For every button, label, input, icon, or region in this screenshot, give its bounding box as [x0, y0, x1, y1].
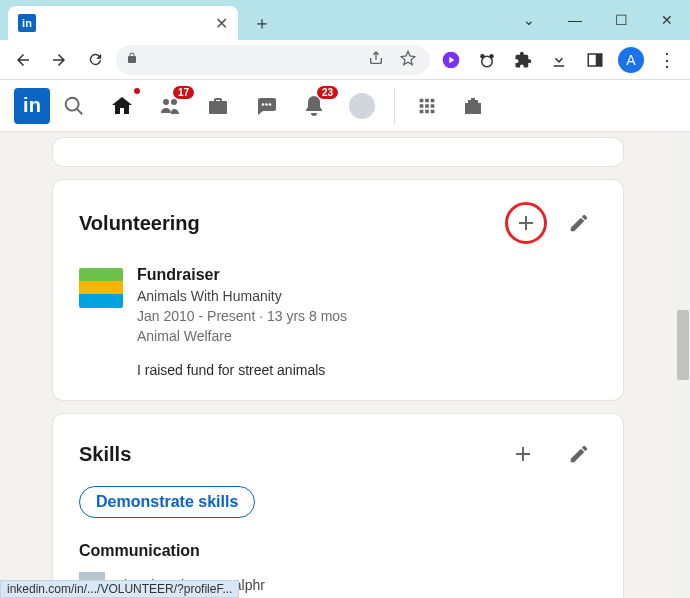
edit-skills-button[interactable] — [561, 436, 597, 472]
browser-menu-button[interactable]: ⋮ — [652, 45, 682, 75]
linkedin-navbar: in 17 23 — [0, 80, 690, 132]
downloads-icon[interactable] — [544, 45, 574, 75]
browser-toolbar: A ⋮ — [0, 40, 690, 80]
network-badge: 17 — [173, 86, 194, 99]
linkedin-favicon: in — [18, 14, 36, 32]
nav-me-avatar[interactable] — [348, 92, 376, 120]
skills-card: Skills Demonstrate skills Communication … — [53, 414, 623, 598]
svg-rect-5 — [596, 54, 602, 66]
home-badge — [134, 88, 140, 94]
skill-name: Communication — [79, 542, 597, 560]
notifications-badge: 23 — [317, 86, 338, 99]
browser-tab[interactable]: in ✕ — [8, 6, 238, 40]
browser-titlebar: in ✕ ＋ ⌄ — ☐ ✕ — [0, 0, 690, 40]
forward-button[interactable] — [44, 45, 74, 75]
nav-jobs-icon[interactable] — [204, 92, 232, 120]
add-volunteering-button[interactable] — [505, 202, 547, 244]
lock-icon — [126, 51, 138, 68]
volunteering-org: Animals With Humanity — [137, 288, 347, 304]
profile-avatar[interactable]: A — [616, 45, 646, 75]
nav-messaging-icon[interactable] — [252, 92, 280, 120]
minimize-button[interactable]: — — [552, 0, 598, 40]
add-skill-button[interactable] — [505, 436, 541, 472]
vertical-scrollbar[interactable] — [676, 80, 690, 598]
svg-point-3 — [482, 56, 493, 67]
new-tab-button[interactable]: ＋ — [248, 9, 276, 37]
scrollbar-thumb[interactable] — [677, 310, 689, 380]
close-window-button[interactable]: ✕ — [644, 0, 690, 40]
extensions-puzzle-icon[interactable] — [508, 45, 538, 75]
close-tab-icon[interactable]: ✕ — [215, 14, 228, 33]
demonstrate-skills-button[interactable]: Demonstrate skills — [79, 486, 255, 518]
skills-title: Skills — [79, 443, 131, 466]
volunteering-cause: Animal Welfare — [137, 328, 347, 344]
nav-notifications-icon[interactable]: 23 — [300, 92, 328, 120]
svg-point-6 — [262, 103, 265, 106]
extension-play-icon[interactable] — [436, 45, 466, 75]
volunteering-dates: Jan 2010 - Present · 13 yrs 8 mos — [137, 308, 347, 324]
bookmark-star-icon[interactable] — [396, 50, 420, 69]
nav-separator — [394, 88, 395, 124]
volunteering-entry: Fundraiser Animals With Humanity Jan 201… — [79, 266, 597, 378]
volunteering-title: Volunteering — [79, 212, 200, 235]
org-logo — [79, 268, 123, 308]
maximize-button[interactable]: ☐ — [598, 0, 644, 40]
search-icon[interactable] — [60, 92, 88, 120]
previous-section-card — [53, 138, 623, 166]
nav-home-icon[interactable] — [108, 92, 136, 120]
svg-point-8 — [269, 103, 272, 106]
volunteering-desc: I raised fund for street animals — [137, 362, 347, 378]
extension-panda-icon[interactable] — [472, 45, 502, 75]
linkedin-logo[interactable]: in — [14, 88, 50, 124]
nav-advertise-icon[interactable] — [459, 92, 487, 120]
status-bar: inkedin.com/in/.../VOLUNTEER/?profileF..… — [0, 580, 239, 598]
reload-button[interactable] — [80, 45, 110, 75]
sidepanel-icon[interactable] — [580, 45, 610, 75]
nav-work-grid-icon[interactable] — [413, 92, 441, 120]
volunteering-role: Fundraiser — [137, 266, 347, 284]
page-viewport: in 17 23 — [0, 80, 690, 598]
chevron-down-icon[interactable]: ⌄ — [506, 0, 552, 40]
profile-content: Volunteering Fundraiser Animals With Hum… — [0, 132, 676, 598]
address-bar[interactable] — [116, 45, 430, 75]
edit-volunteering-button[interactable] — [561, 205, 597, 241]
nav-network-icon[interactable]: 17 — [156, 92, 184, 120]
back-button[interactable] — [8, 45, 38, 75]
svg-point-7 — [265, 103, 268, 106]
share-icon[interactable] — [364, 50, 388, 69]
volunteering-card: Volunteering Fundraiser Animals With Hum… — [53, 180, 623, 400]
window-controls: ⌄ — ☐ ✕ — [506, 0, 690, 40]
